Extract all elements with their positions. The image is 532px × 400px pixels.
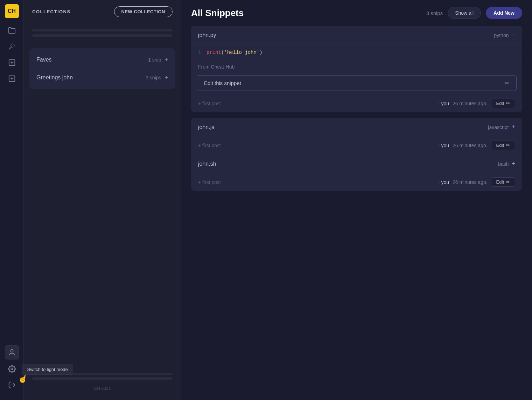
snippet-header-johnpy: john.py python − — [191, 26, 522, 45]
magic-wand-icon[interactable] — [5, 40, 19, 53]
expand-snippet-icon[interactable]: + — [511, 160, 515, 167]
line-number: 1 — [198, 50, 202, 55]
snippet-card-johnjs: john.js javascript + + first post : you … — [191, 118, 522, 191]
add-collection-icon[interactable] — [5, 72, 19, 85]
snippet-filename: john.sh — [198, 161, 216, 167]
expand-snippet-icon[interactable]: + — [511, 123, 515, 131]
first-post-link[interactable]: + first post — [198, 179, 221, 185]
snippet-time: 26 minutes ago. — [453, 143, 488, 148]
first-post-link[interactable]: + first post — [198, 143, 221, 148]
snippet-source: From Cheat-Hub — [191, 60, 522, 72]
skeleton-line — [32, 29, 173, 31]
snippet-author: : you — [439, 143, 449, 148]
snippet-lang: python — [494, 33, 509, 38]
add-new-button[interactable]: Add New — [486, 7, 522, 19]
collection-right: 3 snips + — [146, 74, 168, 81]
edit-label: Edit — [496, 143, 504, 148]
collection-right: 1 snip + — [148, 57, 168, 63]
snippet-filename: john.py — [198, 32, 216, 38]
collapse-snippet-icon[interactable]: − — [511, 31, 515, 39]
edit-label: Edit — [496, 179, 504, 185]
sidebar-icons — [5, 24, 19, 345]
snippet-footer: + first post : you 26 minutes ago. Edit … — [191, 173, 522, 191]
logout-icon[interactable] — [5, 378, 19, 392]
footer-copyright: CH 2021 — [32, 383, 173, 394]
snippet-lang: bash — [498, 161, 509, 167]
add-to-faves-button[interactable]: + — [164, 57, 168, 63]
snippet-lang-area: python − — [494, 31, 515, 39]
page-number: 1 — [32, 364, 173, 370]
code-paren: ) — [259, 50, 262, 55]
snippet-lang: javascript — [488, 124, 509, 130]
snippet-time: 26 minutes ago. — [453, 179, 488, 185]
collection-item-faves[interactable]: Faves 1 snip + — [29, 51, 175, 69]
gear-tooltip-wrapper: Switch to light mode — [5, 362, 19, 376]
collections-footer: 1 CH 2021 — [24, 359, 181, 400]
snippet-author: : you — [439, 101, 449, 106]
collection-name: Greetings john — [36, 74, 73, 81]
footer-skeleton — [32, 377, 173, 380]
edit-snippet-button[interactable]: Edit ✏ — [491, 99, 515, 108]
snippets-title: All Snippets — [191, 8, 244, 19]
code-string: 'hello john' — [224, 50, 259, 55]
code-keyword: print — [206, 50, 221, 55]
edit-label: Edit — [496, 101, 504, 106]
collections-list: Faves 1 snip + Greetings john 3 snips + — [29, 48, 175, 89]
edit-pencil-icon: ✏ — [506, 179, 510, 185]
user-avatar[interactable] — [5, 345, 19, 359]
snippets-panel: All Snippets 3 snips Show all Add New jo… — [181, 0, 532, 400]
footer-skeleton-lines — [32, 373, 173, 380]
collection-name: Faves — [36, 57, 52, 63]
svg-point-6 — [10, 350, 13, 352]
code-block: 1 print('hello john') — [191, 45, 522, 60]
skeleton-lines-top — [24, 23, 181, 40]
skeleton-line — [32, 34, 173, 37]
edit-snippet-text: Edit this snippet — [204, 80, 241, 86]
svg-point-7 — [11, 368, 13, 370]
logo-button[interactable]: CH — [5, 4, 19, 18]
collection-count: 3 snips — [146, 75, 161, 80]
snips-count: 3 snips — [426, 10, 443, 16]
snippet-meta: : you 26 minutes ago. Edit ✏ — [439, 99, 515, 108]
folder-icon[interactable] — [5, 24, 19, 37]
snippet-lang-area: bash + — [498, 160, 515, 167]
edit-snippet-button[interactable]: Edit ✏ — [491, 141, 515, 150]
code-content: print('hello john') — [206, 50, 262, 55]
settings-icon[interactable] — [5, 362, 19, 376]
snippet-meta: : you 26 minutes ago. Edit ✏ — [439, 141, 515, 150]
snippet-header-johnjs: john.js javascript + — [191, 118, 522, 136]
pencil-icon: ✏ — [505, 80, 509, 86]
icon-sidebar: CH Switch to light mode ☝️ — [0, 0, 24, 400]
collections-title: COLLECTIONS — [32, 9, 71, 14]
edit-snippet-row[interactable]: Edit this snippet ✏ — [197, 75, 517, 91]
sidebar-bottom: Switch to light mode ☝️ — [5, 345, 19, 396]
snippets-header: All Snippets 3 snips Show all Add New — [191, 7, 522, 19]
snippet-meta: : you 26 minutes ago. Edit ✏ — [439, 177, 515, 187]
collections-header: COLLECTIONS NEW COLLECTION — [24, 0, 181, 23]
add-to-greetings-button[interactable]: + — [164, 74, 168, 81]
snippet-filename: john.js — [198, 124, 214, 130]
edit-pencil-icon: ✏ — [506, 143, 510, 148]
add-snippet-icon[interactable] — [5, 56, 19, 69]
footer-skeleton — [32, 373, 173, 375]
snippet-time: 26 minutes ago. — [453, 101, 488, 106]
edit-pencil-icon: ✏ — [506, 101, 510, 106]
snippet-card-johnpy: john.py python − 1 print('hello john') F… — [191, 26, 522, 112]
snippet-footer: + first post : you 26 minutes ago. Edit … — [191, 94, 522, 112]
collections-panel: COLLECTIONS NEW COLLECTION Faves 1 snip … — [24, 0, 181, 400]
edit-snippet-button[interactable]: Edit ✏ — [491, 177, 515, 187]
snippet-header-johnsh: john.sh bash + — [191, 155, 522, 173]
new-collection-button[interactable]: NEW COLLECTION — [114, 6, 173, 17]
snippet-author: : you — [439, 179, 449, 185]
code-line: 1 print('hello john') — [198, 50, 515, 55]
show-all-button[interactable]: Show all — [448, 7, 481, 19]
snippets-header-right: 3 snips Show all Add New — [426, 7, 522, 19]
collection-count: 1 snip — [148, 57, 161, 63]
collection-item-greetings[interactable]: Greetings john 3 snips + — [29, 69, 175, 86]
snippet-footer: + first post : you 26 minutes ago. Edit … — [191, 136, 522, 154]
snippet-lang-area: javascript + — [488, 123, 515, 131]
first-post-link[interactable]: + first post — [198, 101, 221, 106]
